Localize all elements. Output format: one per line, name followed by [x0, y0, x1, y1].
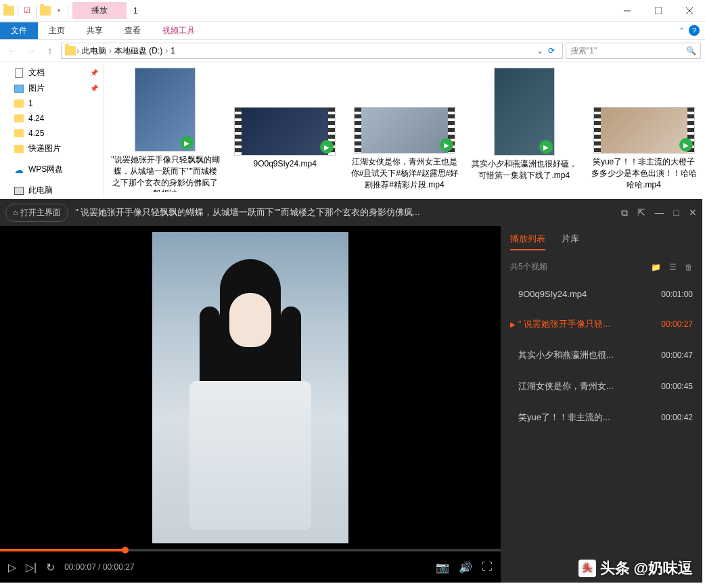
player-maximize-button[interactable]: □	[674, 207, 679, 218]
tab-file[interactable]: 文件	[0, 22, 38, 39]
video-viewport[interactable]: ▷ ▷| ↻ 00:00:07 / 00:00:27 📷 🔊 ⛶	[0, 226, 501, 583]
playlist-count: 共5个视频	[510, 261, 547, 273]
search-input[interactable]: 搜索"1" 🔍	[566, 43, 701, 59]
pip-icon[interactable]: ⧉	[621, 207, 628, 219]
playlist-item[interactable]: 笑yue了！！非主流的...00:00:42	[510, 402, 693, 433]
sidebar-item-wps[interactable]: ☁WPS网盘	[0, 162, 104, 177]
watermark-icon: 头	[578, 560, 596, 577]
qat-dropdown-icon[interactable]: ▾	[53, 5, 65, 17]
nav-back-icon[interactable]: ←	[4, 43, 20, 59]
pin-icon: 📌	[90, 69, 98, 76]
playlist-item-name: 笑yue了！！非主流的...	[518, 411, 661, 424]
folder-icon	[3, 5, 15, 17]
volume-icon[interactable]: 🔊	[459, 561, 472, 574]
maximize-button[interactable]	[643, 0, 674, 22]
delete-icon[interactable]: 🗑	[685, 263, 693, 272]
file-grid: ▶ "说罢她张开手像只轻飘飘的蝴蝶，从城墙一跃而下""而城楼之下那个玄衣的身影仿…	[104, 62, 705, 198]
tab-playlist[interactable]: 播放列表	[510, 233, 545, 250]
pin-icon[interactable]: ⇱	[637, 207, 645, 218]
search-icon[interactable]: 🔍	[686, 46, 696, 55]
contextual-tab-play[interactable]: 播放	[72, 2, 127, 19]
pin-icon: 📌	[90, 85, 98, 92]
playlist-item-name: " 说罢她张开手像只轻...	[518, 318, 661, 330]
sidebar-item-pictures[interactable]: 图片📌	[0, 81, 104, 96]
play-button[interactable]: ▷	[8, 561, 16, 574]
sidebar-item-folder-1[interactable]: 1	[0, 96, 104, 111]
playlist-item[interactable]: ▶" 说罢她张开手像只轻...00:00:27	[510, 309, 693, 340]
file-item[interactable]: ▶ 笑yue了！！非主流的大橙子多多少少是本色出演！！哈哈哈哈.mp4	[588, 68, 700, 192]
search-placeholder: 搜索"1"	[570, 45, 597, 57]
sidebar-item-folder-express[interactable]: 快递图片	[0, 141, 104, 156]
open-main-button[interactable]: ⌂打开主界面	[5, 204, 68, 222]
help-icon[interactable]: ?	[689, 25, 700, 36]
watermark: 头 头条 @奶味逗	[578, 558, 693, 579]
playlist-panel: 播放列表 片库 共5个视频 📁 ☰ 🗑 9O0q9SIy24.mp400:01:…	[501, 226, 702, 583]
playlist-item[interactable]: 江湖女侠是你，青州女...00:00:45	[510, 371, 693, 402]
file-item[interactable]: ▶ 其实小夕和燕瀛洲也很好磕，可惜第一集就下线了.mp4	[468, 68, 580, 192]
player-minimize-button[interactable]: —	[655, 207, 664, 218]
file-item[interactable]: ▶ 9O0q9SIy24.mp4	[229, 68, 341, 192]
minimize-button[interactable]	[612, 0, 643, 22]
playlist-item-name: 其实小夕和燕瀛洲也很...	[518, 349, 661, 361]
tab-share[interactable]: 共享	[76, 22, 114, 39]
progress-bar[interactable]	[0, 549, 501, 551]
playlist-item-name: 9O0q9SIy24.mp4	[518, 289, 661, 299]
breadcrumb-seg-folder[interactable]: 1	[168, 46, 178, 55]
breadcrumb-seg-drive[interactable]: 本地磁盘 (D:)	[112, 45, 165, 57]
window-titlebar: ☑ ▾ 播放 1	[0, 0, 705, 22]
next-button[interactable]: ▷|	[26, 561, 37, 574]
video-frame-image	[152, 232, 348, 543]
play-badge-icon: ▶	[679, 138, 693, 152]
address-bar: ← → ↑ › 此电脑 › 本地磁盘 (D:) › 1 ⌄ ⟳ 搜索"1" 🔍	[0, 39, 705, 62]
breadcrumb-dropdown-icon[interactable]: ⌄	[537, 46, 543, 55]
sidebar-item-thispc[interactable]: 此电脑	[0, 183, 104, 198]
breadcrumb[interactable]: › 此电脑 › 本地磁盘 (D:) › 1 ⌄ ⟳	[61, 43, 563, 59]
sidebar-item-documents[interactable]: 文档📌	[0, 65, 104, 81]
tab-library[interactable]: 片库	[562, 233, 579, 250]
breadcrumb-seg-pc[interactable]: 此电脑	[79, 45, 109, 57]
playlist-item-duration: 00:00:45	[661, 382, 693, 391]
tab-video-tools[interactable]: 视频工具	[152, 22, 206, 39]
svg-rect-1	[655, 7, 662, 14]
refresh-icon[interactable]: ⟳	[543, 46, 560, 55]
playlist-item-duration: 00:00:27	[661, 319, 693, 329]
qat-properties-icon[interactable]: ☑	[21, 5, 33, 17]
player-close-button[interactable]: ✕	[689, 207, 697, 218]
ribbon-collapse-icon[interactable]: ⌃	[679, 26, 685, 35]
player-title: " 说罢她张开手像只轻飘飘的蝴蝶，从城墙一跃而下""而城楼之下那个玄衣的身影仿佛…	[75, 206, 614, 219]
nav-sidebar: 文档📌 图片📌 1 4.24 4.25 快递图片 ☁WPS网盘 此电脑	[0, 62, 104, 198]
video-player: ⌂打开主界面 " 说罢她张开手像只轻飘飘的蝴蝶，从城墙一跃而下""而城楼之下那个…	[0, 199, 702, 583]
loop-icon[interactable]: ↻	[46, 561, 55, 574]
fullscreen-icon[interactable]: ⛶	[482, 561, 493, 573]
home-icon: ⌂	[13, 208, 18, 217]
screenshot-icon[interactable]: 📷	[436, 561, 449, 574]
folder-icon	[39, 5, 51, 17]
nav-up-icon[interactable]: ↑	[42, 43, 58, 59]
sort-icon[interactable]: ☰	[669, 263, 677, 272]
play-marker-icon: ▶	[510, 321, 518, 328]
file-item[interactable]: ▶ 江湖女侠是你，青州女王也是你#且试天下#杨洋#赵露思#好剧推荐#精彩片段 m…	[349, 68, 461, 192]
playlist-item[interactable]: 9O0q9SIy24.mp400:01:00	[510, 279, 693, 309]
tab-home[interactable]: 主页	[38, 22, 76, 39]
time-display: 00:00:07 / 00:00:27	[64, 562, 134, 572]
close-button[interactable]	[674, 0, 705, 22]
sidebar-item-folder-424[interactable]: 4.24	[0, 111, 104, 126]
playlist-item-duration: 00:00:47	[661, 350, 693, 360]
playlist-item-name: 江湖女侠是你，青州女...	[518, 380, 661, 392]
tab-view[interactable]: 查看	[114, 22, 152, 39]
file-item[interactable]: ▶ "说罢她张开手像只轻飘飘的蝴蝶，从城墙一跃而下""而城楼之下那个玄衣的身影仿…	[110, 68, 221, 192]
playlist-item-duration: 00:01:00	[661, 290, 693, 299]
play-badge-icon: ▶	[539, 140, 553, 154]
nav-forward-icon[interactable]: →	[23, 43, 39, 59]
ribbon: 文件 主页 共享 查看 视频工具 ⌃ ?	[0, 22, 705, 39]
playlist-item-duration: 00:00:42	[661, 413, 693, 422]
cloud-icon: ☁	[14, 164, 24, 175]
sidebar-item-folder-425[interactable]: 4.25	[0, 126, 104, 141]
playlist-item[interactable]: 其实小夕和燕瀛洲也很...00:00:47	[510, 340, 693, 371]
window-title: 1	[127, 6, 145, 16]
folder-open-icon[interactable]: 📁	[651, 263, 661, 272]
